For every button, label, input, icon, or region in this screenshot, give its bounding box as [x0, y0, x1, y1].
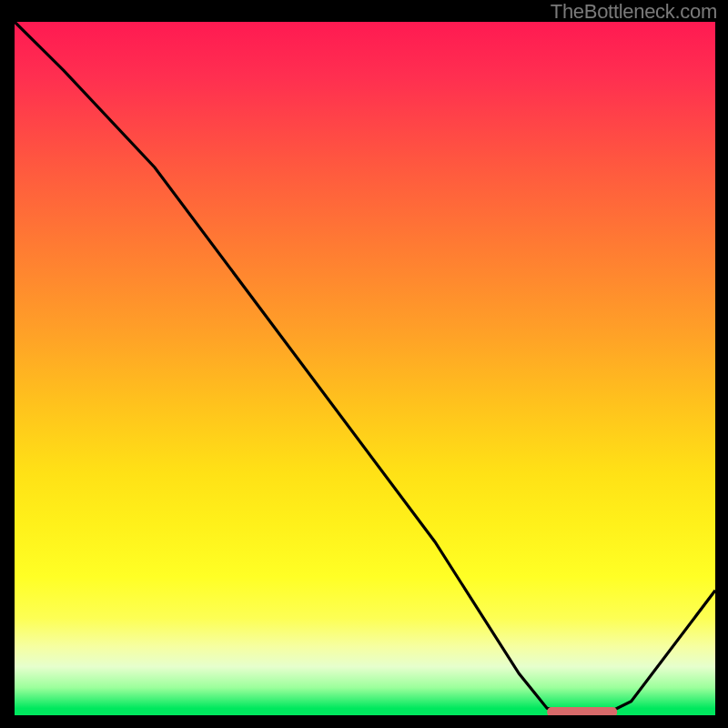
chart-container: TheBottleneck.com: [0, 0, 728, 728]
plot-area: [15, 22, 715, 715]
optimal-marker: [547, 707, 617, 715]
curve-path: [15, 22, 715, 715]
watermark-text: TheBottleneck.com: [551, 0, 717, 24]
chart-svg: [15, 22, 715, 715]
